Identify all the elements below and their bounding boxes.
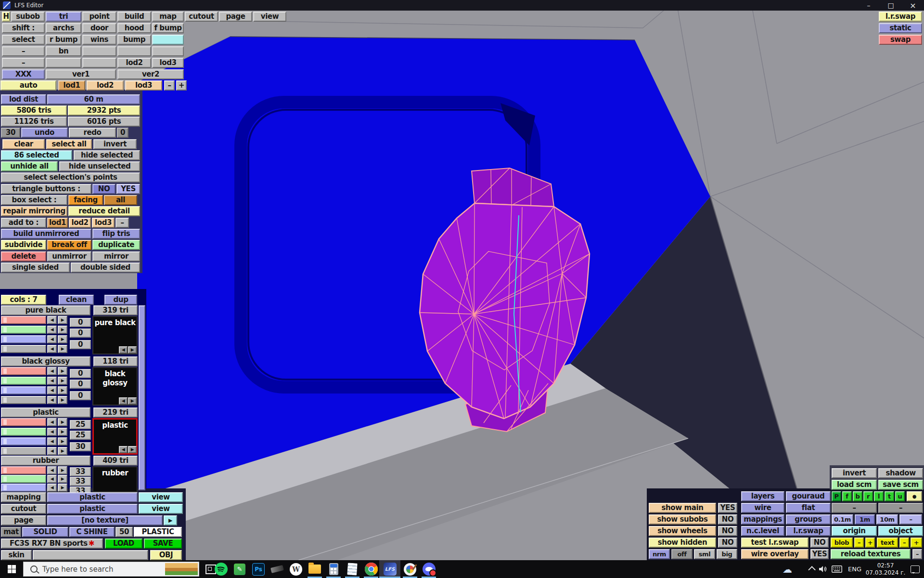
origin-button[interactable]: origin: [832, 526, 877, 536]
repair-mirroring-button[interactable]: repair mirroring: [1, 206, 67, 216]
object-button[interactable]: object: [878, 526, 923, 536]
grid-1m-button[interactable]: 1m: [855, 514, 875, 525]
layer-t-toggle[interactable]: t: [885, 491, 894, 501]
shadow-button[interactable]: shadow: [878, 468, 923, 478]
slider-right-icon[interactable]: [58, 475, 67, 483]
dash-button[interactable]: –: [878, 503, 923, 513]
dash-button[interactable]: –: [2, 58, 45, 68]
lod2-button[interactable]: lod2: [87, 80, 124, 91]
blue-slider[interactable]: [1, 484, 46, 492]
slider-left-icon[interactable]: [47, 316, 57, 324]
subob-bn-button[interactable]: bn: [46, 46, 81, 56]
mirror-button[interactable]: mirror: [92, 251, 140, 262]
swatch-prev-icon[interactable]: [119, 446, 128, 453]
language-indicator[interactable]: ENG: [845, 560, 864, 578]
subdivide-button[interactable]: subdivide: [1, 240, 46, 250]
triangle-buttons-no[interactable]: NO: [92, 184, 116, 194]
hide-unselected-button[interactable]: hide unselected: [59, 161, 140, 171]
slider-right-icon[interactable]: [58, 386, 67, 394]
model-name-button[interactable]: FC3S RX7 BN sports✱: [1, 539, 103, 549]
slider-right-icon[interactable]: [58, 428, 67, 436]
triangle-buttons-yes[interactable]: YES: [116, 184, 140, 194]
show-hidden-button[interactable]: show hidden: [649, 538, 716, 548]
xxx-button[interactable]: XXX: [2, 69, 45, 79]
reload-dash-button[interactable]: –: [912, 549, 922, 559]
layer-f-toggle[interactable]: f: [842, 491, 852, 501]
swatch-next-icon[interactable]: [128, 446, 137, 453]
subob-blank-button[interactable]: [152, 46, 184, 56]
slider-left-icon[interactable]: [47, 466, 57, 474]
taskbar-icon-wacom[interactable]: W: [287, 560, 305, 578]
slider-right-icon[interactable]: [58, 326, 67, 334]
shine-slider[interactable]: [1, 396, 46, 404]
add-to-lod1[interactable]: lod1: [47, 218, 68, 228]
taskbar-icon-file-explorer[interactable]: [306, 560, 324, 578]
subob-fbump-button[interactable]: f bump: [152, 23, 184, 33]
blob-button[interactable]: blob: [831, 538, 853, 548]
nrm-off-button[interactable]: off: [671, 549, 693, 559]
show-hidden-toggle[interactable]: NO: [718, 538, 737, 548]
green-slider[interactable]: [1, 428, 46, 436]
select-button[interactable]: select: [2, 35, 45, 45]
slider-right-icon[interactable]: [58, 484, 67, 492]
clear-button[interactable]: clear: [2, 139, 45, 149]
mat-shine-value[interactable]: 50: [116, 527, 133, 537]
green-slider[interactable]: [1, 377, 46, 385]
subob-lod2-button[interactable]: lod2: [117, 58, 151, 68]
slider-left-icon[interactable]: [47, 396, 57, 404]
mat-type-button[interactable]: PLASTIC: [134, 527, 182, 537]
minimize-button[interactable]: –: [858, 0, 880, 11]
wire-overlay-button[interactable]: wire overlay: [741, 549, 808, 559]
slider-right-icon[interactable]: [58, 418, 67, 426]
lod-auto-button[interactable]: auto: [0, 80, 56, 91]
blob-plus-button[interactable]: +: [865, 538, 875, 548]
material-swatch[interactable]: rubber: [92, 466, 138, 492]
nclevel-button[interactable]: n.c.level: [741, 526, 784, 536]
duplicate-button[interactable]: duplicate: [92, 240, 140, 250]
nrm-button[interactable]: nrm: [649, 549, 670, 559]
subob-lod3-button[interactable]: lod3: [152, 58, 184, 68]
taskbar-icon-tablet-driver[interactable]: [268, 560, 286, 578]
slider-right-icon[interactable]: [58, 335, 67, 343]
add-to-lod3[interactable]: lod3: [92, 218, 115, 228]
single-sided-button[interactable]: single sided: [1, 263, 70, 273]
blob-minus-button[interactable]: –: [854, 538, 864, 548]
maximize-button[interactable]: □: [880, 0, 902, 11]
slider-left-icon[interactable]: [47, 447, 57, 455]
slider-left-icon[interactable]: [47, 377, 57, 385]
show-wheels-toggle[interactable]: NO: [718, 526, 737, 536]
show-subobs-button[interactable]: show subobs: [649, 514, 716, 525]
cols-count-button[interactable]: cols : 7: [1, 295, 46, 305]
flat-button[interactable]: flat: [786, 503, 831, 513]
slider-left-icon[interactable]: [47, 326, 57, 334]
wire-button[interactable]: wire: [741, 503, 784, 513]
save-button[interactable]: SAVE: [144, 539, 182, 549]
wire-overlay-toggle[interactable]: YES: [810, 549, 829, 559]
shine-slider[interactable]: [1, 447, 46, 455]
material-name-button[interactable]: black glossy: [1, 356, 90, 367]
undo-button[interactable]: undo: [21, 128, 68, 138]
taskbar-icon-spotify[interactable]: [212, 560, 230, 578]
page-texture-value[interactable]: [no texture]: [47, 515, 163, 525]
mapping-value[interactable]: plastic: [47, 492, 138, 502]
material-name-button[interactable]: plastic: [1, 407, 90, 418]
tab-build[interactable]: build: [117, 12, 151, 22]
blue-slider[interactable]: [1, 335, 46, 343]
onedrive-cloud-icon[interactable]: [779, 560, 796, 578]
blue-slider[interactable]: [1, 437, 46, 446]
taskbar-search[interactable]: Type here to search: [23, 562, 199, 577]
lod-minus-button[interactable]: –: [164, 80, 175, 91]
test-lrswap-button[interactable]: test l.r.swap: [741, 538, 808, 548]
flip-tris-button[interactable]: flip tris: [92, 229, 140, 239]
mappings-button[interactable]: mappings: [741, 514, 784, 525]
subob-blank-button[interactable]: [46, 58, 81, 68]
lod-plus-button[interactable]: +: [176, 80, 187, 91]
material-name-button[interactable]: pure black: [1, 305, 90, 315]
cutout-value[interactable]: plastic: [47, 504, 138, 514]
tab-subob[interactable]: subob: [11, 12, 45, 22]
text-minus-button[interactable]: –: [899, 538, 909, 548]
text-plus-button[interactable]: +: [911, 538, 922, 548]
dash-button[interactable]: –: [832, 503, 877, 513]
volume-icon[interactable]: [817, 560, 830, 578]
box-select-all[interactable]: all: [104, 195, 137, 205]
